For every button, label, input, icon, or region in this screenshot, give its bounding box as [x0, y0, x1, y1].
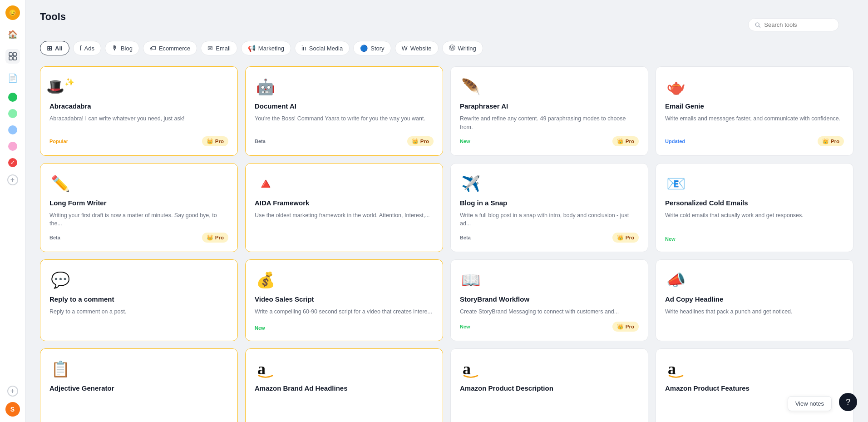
app-logo[interactable]: 😊 [5, 5, 20, 20]
tool-description: Write cold emails that actually work and… [665, 211, 844, 231]
crown-icon: 👑 [617, 234, 624, 241]
tool-description: Create StoryBrand Messaging to connect w… [460, 308, 639, 317]
tool-footer: New👑 Pro [460, 136, 639, 146]
tool-card[interactable]: ✏️ Long Form Writer Writing your first d… [40, 163, 238, 253]
crown-icon: 👑 [412, 138, 419, 144]
tool-card[interactable]: a Amazon Brand Ad Headlines [245, 348, 443, 422]
pro-badge: 👑 Pro [407, 136, 434, 146]
tab-icon: W [402, 45, 408, 52]
crown-icon: 👑 [822, 138, 829, 144]
tool-name: Reply to a comment [49, 295, 228, 303]
sidebar-item-doc[interactable]: 📄 [5, 71, 20, 85]
sidebar-dot-green[interactable] [8, 93, 17, 102]
tool-card[interactable]: 🔺 AIDA Framework Use the oldest marketin… [245, 163, 443, 253]
tool-footer: Updated👑 Pro [665, 136, 844, 146]
tool-name: Adjective Generator [49, 384, 228, 392]
tab-icon: f [80, 45, 82, 52]
tool-status-badge: New [255, 324, 265, 332]
tool-icon: 📧 [665, 173, 687, 194]
tool-card[interactable]: 🫖 Email Genie Write emails and messages … [656, 66, 853, 156]
tool-footer: New👑 Pro [460, 322, 639, 332]
tool-name: Amazon Product Description [460, 384, 639, 392]
tool-name: Video Sales Script [255, 295, 434, 303]
tool-footer: Popular👑 Pro [49, 136, 228, 146]
svg-rect-3 [13, 57, 16, 60]
tab-icon: ✉ [207, 45, 213, 52]
crown-icon: 👑 [617, 138, 624, 144]
tool-card[interactable]: 💬 Reply to a comment Reply to a comment … [40, 259, 238, 341]
tool-footer: New [255, 324, 434, 332]
tool-description: Use the oldest marketing framework in th… [255, 211, 434, 238]
sidebar-item-grid[interactable] [5, 49, 20, 64]
crown-icon: 👑 [207, 234, 213, 241]
tool-status-badge: Beta [255, 138, 266, 145]
tab-icon: in [301, 45, 306, 52]
tab-icon: ⊞ [47, 45, 52, 52]
sidebar-dot-blue[interactable] [8, 125, 17, 134]
tool-card[interactable]: 📋 Adjective Generator [40, 348, 238, 422]
tool-name: Email Genie [665, 102, 844, 110]
filter-tab-writing[interactable]: ⓌWriting [442, 41, 483, 55]
tool-name: Paraphraser AI [460, 102, 639, 110]
search-bar[interactable] [748, 18, 839, 31]
tab-icon: 🔵 [360, 45, 368, 52]
filter-tab-social-media[interactable]: inSocial Media [295, 41, 350, 55]
user-avatar[interactable]: S [5, 402, 20, 417]
sidebar-dot-pink[interactable] [8, 142, 17, 151]
header-area: Tools [40, 11, 853, 32]
tool-footer: Beta👑 Pro [49, 233, 228, 243]
tool-card[interactable]: 💰 Video Sales Script Write a compelling … [245, 259, 443, 341]
tab-icon: 🎙 [112, 45, 118, 52]
tool-card[interactable]: ✈️ Blog in a Snap Write a full blog post… [450, 163, 648, 253]
tool-card[interactable]: a Amazon Product Description [450, 348, 648, 422]
tool-card[interactable]: 📧 Personalized Cold Emails Write cold em… [656, 163, 853, 253]
filter-tab-email[interactable]: ✉Email [201, 41, 237, 55]
sidebar: 😊 🏠 📄 ✓ + + S [0, 0, 25, 422]
sidebar-add-button[interactable]: + [7, 174, 18, 185]
tool-description: Writing your first draft is now a matter… [49, 211, 228, 228]
tab-icon: Ⓦ [449, 44, 455, 52]
filter-tab-marketing[interactable]: 📢Marketing [241, 41, 291, 55]
page-title: Tools [40, 11, 66, 23]
tool-name: Ad Copy Headline [665, 295, 844, 303]
tool-name: Blog in a Snap [460, 199, 639, 207]
tool-card[interactable]: 📣 Ad Copy Headline Write headlines that … [656, 259, 853, 341]
tool-name: Amazon Product Features [665, 384, 844, 392]
sidebar-dot-red[interactable]: ✓ [8, 158, 17, 167]
sidebar-item-home[interactable]: 🏠 [5, 27, 20, 42]
filter-tab-ecommerce[interactable]: 🏷Ecommerce [143, 41, 197, 55]
tool-footer: New [665, 235, 844, 243]
sidebar-bottom: + S [5, 386, 20, 417]
filter-tab-all[interactable]: ⊞All [40, 41, 69, 55]
tool-status-badge: New [460, 138, 470, 145]
tool-card[interactable]: 📖 StoryBrand Workflow Create StoryBrand … [450, 259, 648, 341]
tool-icon: 🫖 [665, 76, 687, 98]
filter-tab-story[interactable]: 🔵Story [353, 41, 391, 55]
crown-icon: 👑 [617, 323, 624, 330]
tool-description: Write a compelling 60-90 second script f… [255, 308, 434, 320]
filter-tab-website[interactable]: WWebsite [395, 41, 439, 55]
sidebar-add-bottom-button[interactable]: + [7, 386, 18, 397]
filter-tab-blog[interactable]: 🎙Blog [105, 41, 139, 55]
tool-icon: 💬 [49, 269, 71, 291]
tool-footer: Beta👑 Pro [460, 233, 639, 243]
tool-icon: 🤖 [255, 76, 276, 98]
tool-card[interactable]: 🪶 Paraphraser AI Rewrite and refine any … [450, 66, 648, 156]
tool-icon: 📋 [49, 358, 71, 380]
view-notes-button[interactable]: View notes [788, 396, 832, 411]
tool-icon: a [460, 358, 482, 380]
tool-icon: a [665, 358, 687, 380]
filter-tab-ads[interactable]: fAds [73, 41, 101, 55]
tool-card[interactable]: 🎩✨ Abracadabra Abracadabra! I can write … [40, 66, 238, 156]
main-content: Tools ⊞AllfAds🎙Blog🏷Ecommerce✉Email📢Mark… [25, 0, 868, 422]
help-button[interactable]: ? [839, 393, 857, 411]
search-input[interactable] [764, 21, 832, 28]
tool-description: Write a full blog post in a snap with in… [460, 211, 639, 228]
sidebar-dot-green2[interactable] [8, 109, 17, 118]
tool-status-badge: Updated [665, 138, 685, 145]
tool-card[interactable]: 🤖 Document AI You're the Boss! Command Y… [245, 66, 443, 156]
tool-name: Amazon Brand Ad Headlines [255, 384, 434, 392]
tool-description: You're the Boss! Command Yaara to write … [255, 114, 434, 132]
crown-icon: 👑 [207, 138, 213, 144]
tool-name: StoryBrand Workflow [460, 295, 639, 303]
